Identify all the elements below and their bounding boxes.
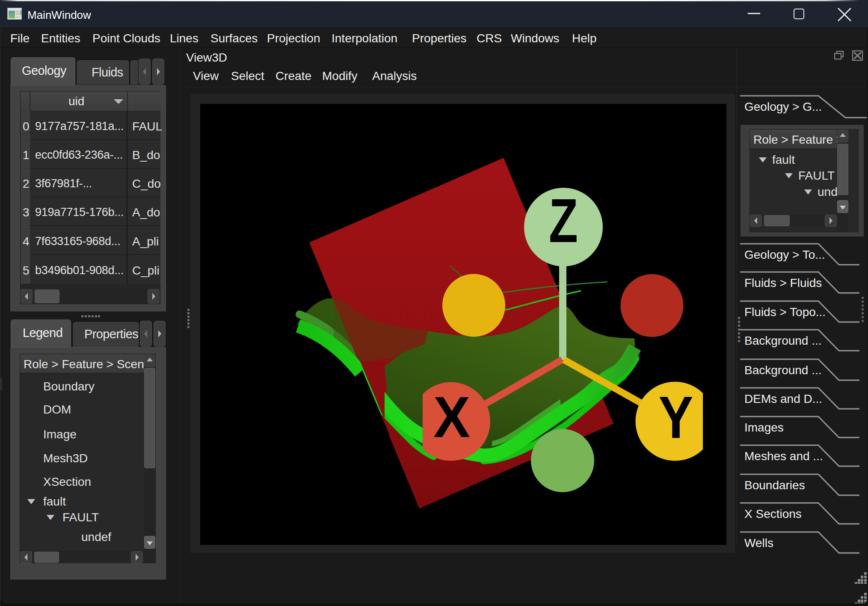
svg-text:X: X: [433, 384, 470, 449]
svg-text:Z: Z: [549, 186, 578, 255]
svg-text:Y: Y: [659, 384, 693, 451]
